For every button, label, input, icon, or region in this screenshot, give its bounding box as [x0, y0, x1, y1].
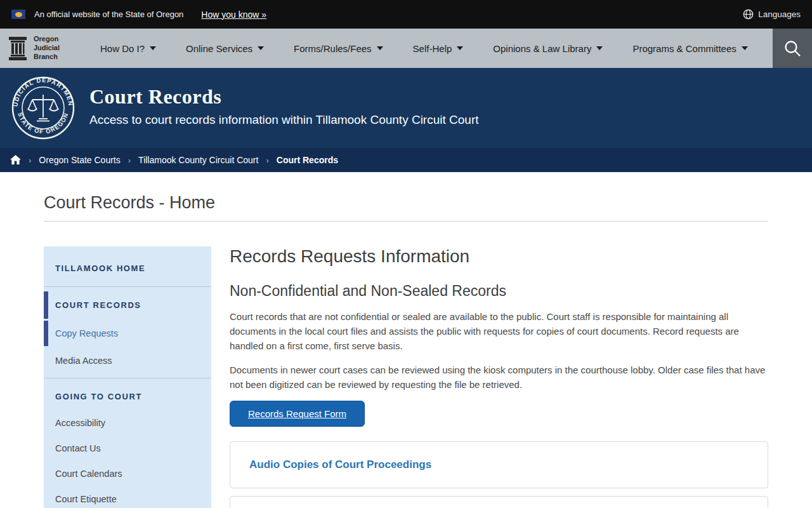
- chevron-right-icon: ›: [266, 156, 268, 165]
- nav-label: Opinions & Law Library: [493, 43, 591, 54]
- search-button[interactable]: [773, 29, 812, 68]
- nav-label: Online Services: [186, 43, 252, 54]
- hero-title: Court Records: [89, 85, 479, 109]
- brand-line-2: Judicial: [34, 44, 60, 53]
- official-website-text: An official website of the State of Oreg…: [34, 10, 183, 19]
- breadcrumb-oregon-state-courts[interactable]: Oregon State Courts: [39, 155, 120, 165]
- home-icon[interactable]: [10, 155, 21, 165]
- records-paragraph-2: Documents in newer court cases can be re…: [230, 363, 768, 392]
- nav-label: How Do I?: [100, 43, 145, 54]
- nav-label: Self-Help: [413, 43, 452, 54]
- main-navigation-bar: Oregon Judicial Branch How Do I? Online …: [0, 29, 812, 68]
- non-confidential-subheading: Non-Confidential and Non-Sealed Records: [230, 283, 768, 300]
- judicial-department-seal: JUDICIAL DEPARTMENT STATE OF OREGON: [11, 76, 75, 140]
- chevron-down-icon: [742, 46, 748, 50]
- page-title: Court Records - Home: [44, 193, 768, 213]
- content-columns: TILLAMOOK HOME COURT RECORDS Copy Reques…: [44, 246, 768, 508]
- accordion-title: Audio Copies of Court Proceedings: [249, 458, 749, 471]
- hero-subtitle: Access to court records information with…: [89, 113, 479, 127]
- brand-text: Oregon Judicial Branch: [34, 35, 60, 61]
- search-icon: [783, 39, 802, 58]
- sidebar-item-going-to-court[interactable]: GOING TO COURT: [44, 383, 211, 410]
- sidebar-item-tillamook-home[interactable]: TILLAMOOK HOME: [44, 255, 211, 282]
- page-content: Court Records - Home TILLAMOOK HOME COUR…: [0, 193, 812, 508]
- accordion-audio-copies[interactable]: Audio Copies of Court Proceedings: [230, 441, 768, 488]
- sidebar-item-media-access[interactable]: Media Access: [44, 348, 211, 373]
- nav-item-how-do-i[interactable]: How Do I?: [100, 43, 156, 54]
- sidebar-navigation: TILLAMOOK HOME COURT RECORDS Copy Reques…: [44, 246, 211, 508]
- languages-label: Languages: [758, 10, 801, 19]
- chevron-down-icon: [377, 46, 383, 50]
- oregon-flag-icon: [11, 10, 25, 19]
- scales-of-justice-icon: [28, 95, 59, 121]
- sidebar-item-court-etiquette[interactable]: Court Etiquette: [44, 486, 211, 508]
- sidebar-item-court-records[interactable]: COURT RECORDS: [44, 291, 211, 319]
- brand-line-1: Oregon: [34, 35, 60, 44]
- ojb-logo[interactable]: Oregon Judicial Branch: [0, 35, 100, 61]
- sidebar-item-contact-us[interactable]: Contact Us: [44, 436, 211, 461]
- globe-icon: [743, 9, 754, 20]
- breadcrumb-tillamook-county[interactable]: Tillamook County Circuit Court: [138, 155, 258, 165]
- chevron-down-icon: [258, 46, 264, 50]
- flag-emblem: [15, 12, 22, 17]
- nav-label: Forms/Rules/Fees: [294, 43, 372, 54]
- nav-item-online-services[interactable]: Online Services: [186, 43, 264, 54]
- sidebar-item-accessibility[interactable]: Accessibility: [44, 410, 211, 436]
- chevron-right-icon: ›: [29, 156, 31, 165]
- nav-item-forms-rules-fees[interactable]: Forms/Rules/Fees: [294, 43, 383, 54]
- accordion-access[interactable]: Access: [230, 496, 768, 508]
- sidebar-section-court-records: COURT RECORDS Copy Requests Media Access: [44, 287, 211, 378]
- sidebar-section-going-to-court: GOING TO COURT Accessibility Contact Us …: [44, 378, 211, 508]
- page-hero-banner: JUDICIAL DEPARTMENT STATE OF OREGON Cour…: [0, 68, 812, 148]
- main-content: Records Requests Information Non-Confide…: [230, 246, 768, 508]
- how-you-know-link[interactable]: How you know »: [201, 10, 266, 20]
- pillar-logo-icon: [8, 36, 28, 60]
- records-paragraph-1: Court records that are not confidential …: [230, 309, 768, 353]
- sidebar-item-copy-requests[interactable]: Copy Requests: [44, 321, 211, 346]
- nav-item-self-help[interactable]: Self-Help: [413, 43, 464, 54]
- breadcrumb: › Oregon State Courts › Tillamook County…: [0, 148, 812, 172]
- records-request-form-button[interactable]: Records Request Form: [230, 401, 365, 427]
- brand-line-3: Branch: [34, 53, 60, 62]
- nav-item-opinions-law-library[interactable]: Opinions & Law Library: [493, 43, 603, 54]
- sidebar-section-home: TILLAMOOK HOME: [44, 250, 211, 287]
- nav-label: Programs & Committees: [632, 43, 736, 54]
- languages-button[interactable]: Languages: [743, 9, 801, 20]
- nav-menu: How Do I? Online Services Forms/Rules/Fe…: [100, 43, 778, 54]
- nav-item-programs-committees[interactable]: Programs & Committees: [632, 43, 747, 54]
- breadcrumb-court-records: Court Records: [277, 155, 338, 165]
- chevron-down-icon: [596, 46, 603, 50]
- official-state-bar: An official website of the State of Oreg…: [0, 0, 812, 29]
- title-divider: [44, 221, 768, 222]
- sidebar-item-court-calendars[interactable]: Court Calendars: [44, 461, 211, 486]
- hero-text-block: Court Records Access to court records in…: [89, 85, 479, 127]
- chevron-down-icon: [457, 46, 463, 50]
- chevron-down-icon: [150, 46, 156, 50]
- records-requests-heading: Records Requests Information: [230, 246, 768, 267]
- chevron-right-icon: ›: [128, 156, 131, 165]
